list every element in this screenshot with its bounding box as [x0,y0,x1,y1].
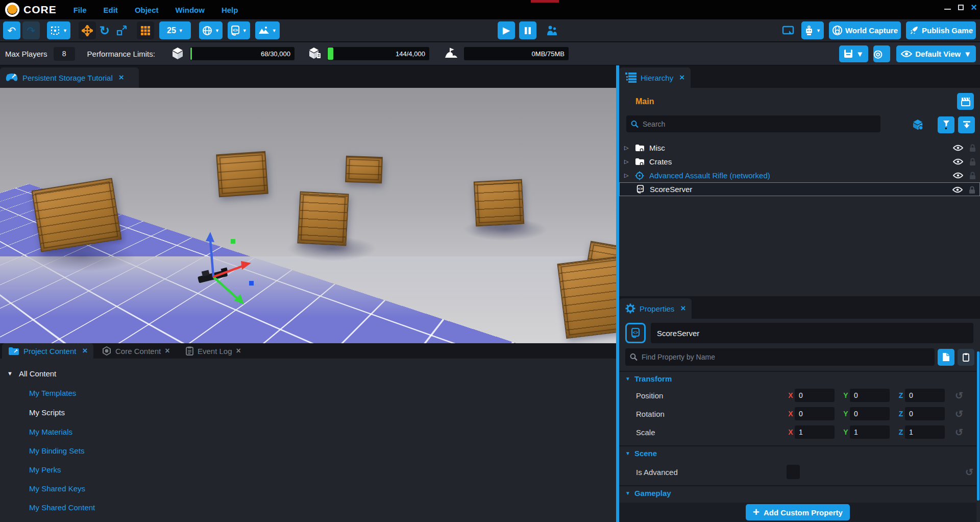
visibility-eye-icon[interactable] [953,172,963,179]
tree-item-my-templates[interactable]: My Templates [0,385,138,400]
lock-icon[interactable] [969,172,976,180]
hierarchy-row-advanced-assault-rifle[interactable]: ▷ Advanced Assault Rifle (networked) [619,169,980,182]
script-dropdown[interactable]: <> ▼ [228,21,250,39]
close-tab-icon[interactable]: × [680,303,685,314]
scale-x-input[interactable] [795,425,835,439]
add-custom-property-button[interactable]: + Add Custom Property [746,504,850,520]
undo-button[interactable]: ↶ [3,21,20,39]
expand-arrow-icon[interactable]: ▷ [624,145,630,151]
close-tab-icon[interactable]: × [119,73,124,83]
tab-core-content[interactable]: Core Content × [96,343,176,359]
visibility-eye-icon[interactable] [952,186,963,194]
lock-icon[interactable] [969,186,975,194]
close-tab-icon[interactable]: × [236,346,241,355]
reset-icon[interactable]: ↺ [955,390,963,401]
reset-view-button[interactable]: ◎ [873,45,890,62]
rotate-tool-button[interactable]: ↻ [96,21,113,39]
viewport-tab-persistent-storage-tutorial[interactable]: Persistent Storage Tutorial × [0,67,139,88]
tree-item-my-perks[interactable]: My Perks [0,462,138,477]
move-tool-button[interactable] [79,21,96,39]
close-tab-icon[interactable]: × [82,346,87,356]
section-scene[interactable]: ▼ Scene [619,445,976,460]
tab-properties[interactable]: Properties × [619,298,692,319]
hierarchy-row-misc[interactable]: ▷ Misc [619,141,980,155]
hierarchy-row-crates[interactable]: ▷ Crates [619,155,980,169]
minimize-icon[interactable] [944,5,951,10]
tree-item-all-content[interactable]: ▼ All Content [0,366,138,381]
rotation-z-input[interactable] [905,407,945,420]
tree-item-my-materials[interactable]: My Materials [0,424,138,439]
tree-item-my-shared-keys[interactable]: My Shared Keys [0,481,138,496]
bot-mode-dropdown[interactable]: ▼ [801,21,824,39]
menu-object[interactable]: Object [135,6,159,14]
tree-item-my-scripts[interactable]: My Scripts [0,405,138,420]
menu-edit[interactable]: Edit [104,6,118,14]
expand-arrow-icon[interactable]: ▷ [624,172,630,179]
close-tab-icon[interactable]: × [165,346,169,355]
grid-snap-toggle-button[interactable] [137,21,154,39]
rotation-y-input[interactable] [850,407,890,420]
world-capture-button[interactable]: World Capture [829,21,901,39]
redo-button[interactable]: ↷ [22,21,40,39]
crate[interactable] [297,192,349,246]
lock-icon[interactable] [969,158,976,166]
hierarchy-filter-button[interactable]: ▼ [938,116,954,133]
rotation-x-input[interactable] [795,407,835,420]
crate[interactable] [31,178,121,252]
copy-properties-button[interactable] [938,349,954,366]
property-search-input[interactable] [625,348,935,366]
menu-window[interactable]: Window [176,6,205,14]
tree-item-my-shared-content[interactable]: My Shared Content [0,500,138,515]
crate[interactable] [557,256,616,339]
reset-icon[interactable]: ↺ [955,408,963,420]
grid-size-dropdown[interactable]: 25 ▼ [159,21,191,39]
crate[interactable] [474,179,524,227]
scale-y-input[interactable] [850,425,890,439]
position-x-input[interactable] [795,389,835,402]
object-name-input[interactable] [651,323,973,343]
section-transform[interactable]: ▼ Transform [619,371,976,385]
scale-z-input[interactable] [905,425,945,439]
crate[interactable] [345,156,383,183]
position-z-input[interactable] [905,389,945,402]
tab-hierarchy[interactable]: Hierarchy × [619,67,691,88]
crate[interactable] [216,151,268,198]
save-view-dropdown[interactable]: ▼ [839,45,868,62]
play-button[interactable]: ▶ [498,21,515,39]
properties-scrollbar[interactable] [977,351,979,501]
object-cube-icon[interactable] [912,118,924,131]
visibility-eye-icon[interactable] [953,158,963,165]
hierarchy-row-scoreserver-selected[interactable]: <> ScoreServer [619,182,980,196]
pause-button[interactable] [519,21,536,39]
viewport-3d-scene[interactable] [0,88,616,343]
world-settings-dropdown[interactable]: ▼ [199,21,223,39]
is-advanced-checkbox[interactable] [787,465,800,479]
transform-gizmo[interactable] [174,216,291,313]
position-y-input[interactable] [850,389,890,402]
select-tool-dropdown[interactable]: ▼ [47,21,70,39]
lock-icon[interactable] [969,144,976,152]
paste-properties-button[interactable] [958,349,974,366]
menu-file[interactable]: File [74,6,87,14]
section-gameplay[interactable]: ▼ Gameplay [619,485,976,500]
max-players-input[interactable] [54,47,75,61]
restore-icon[interactable] [958,5,964,10]
hierarchy-search-input[interactable] [626,115,880,132]
publish-game-button[interactable]: Publish Game [906,21,976,39]
close-tab-icon[interactable]: × [679,73,684,83]
screen-share-button[interactable] [779,21,797,39]
visibility-eye-icon[interactable] [953,144,963,152]
terrain-dropdown[interactable]: ▼ [255,21,280,39]
default-view-dropdown[interactable]: Default View ▼ [896,45,976,62]
tab-event-log[interactable]: Event Log × [180,343,247,359]
expand-arrow-icon[interactable]: ▷ [624,158,630,165]
tab-project-content[interactable]: Project Content × [2,343,93,359]
scale-tool-button[interactable] [113,21,131,39]
collapse-all-button[interactable] [958,116,975,133]
tree-item-my-binding-sets[interactable]: My Binding Sets [0,443,138,458]
scene-manager-button[interactable] [957,93,974,110]
reset-icon[interactable]: ↺ [955,426,963,438]
menu-help[interactable]: Help [222,6,238,14]
reset-icon[interactable]: ↺ [965,466,973,478]
close-window-icon[interactable]: × [971,4,977,11]
